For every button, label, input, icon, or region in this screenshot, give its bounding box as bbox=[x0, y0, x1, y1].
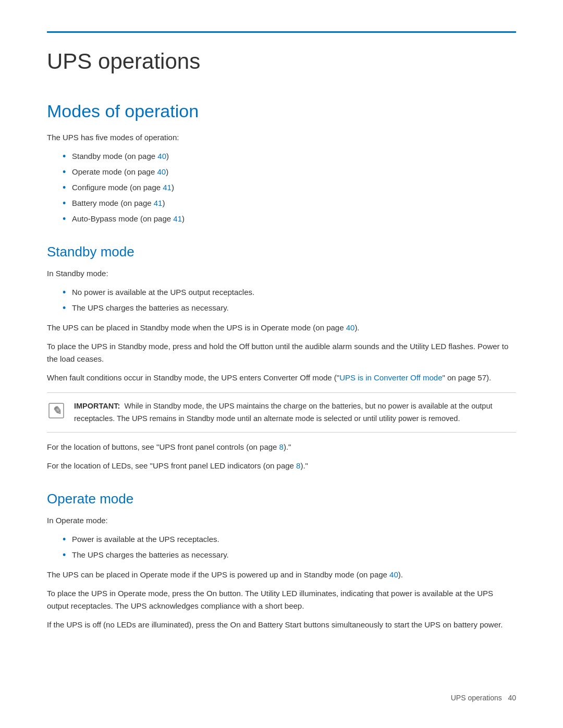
list-item: Battery mode (on page 41) bbox=[63, 197, 516, 209]
led-indicators-link[interactable]: 8 bbox=[296, 461, 300, 470]
battery-mode-link[interactable]: 41 bbox=[154, 199, 163, 207]
standby-section-title: Standby mode bbox=[47, 244, 516, 260]
operate-para1: The UPS can be placed in Operate mode if… bbox=[47, 569, 516, 581]
page-title: UPS operations bbox=[47, 48, 516, 75]
standby-para2: To place the UPS in Standby mode, press … bbox=[47, 340, 516, 365]
list-item: Configure mode (on page 41) bbox=[63, 181, 516, 194]
operate-para3: If the UPS is off (no LEDs are illuminat… bbox=[47, 619, 516, 631]
modes-of-operation-section: Modes of operation The UPS has five mode… bbox=[47, 101, 516, 225]
operate-intro: In Operate mode: bbox=[47, 514, 516, 527]
page-footer: UPS operations 40 bbox=[451, 694, 516, 702]
svg-text:✎: ✎ bbox=[52, 404, 61, 417]
autobypass-mode-link[interactable]: 41 bbox=[173, 214, 182, 223]
list-item: No power is available at the UPS output … bbox=[63, 286, 516, 299]
operate-bullets: Power is available at the UPS receptacle… bbox=[63, 533, 516, 561]
standby-para3: When fault conditions occur in Standby m… bbox=[47, 372, 516, 384]
footer-text: UPS operations 40 bbox=[451, 694, 516, 702]
operate-mode-link[interactable]: 40 bbox=[157, 167, 166, 176]
top-border bbox=[47, 31, 516, 33]
standby-bullets: No power is available at the UPS output … bbox=[63, 286, 516, 314]
list-item: Standby mode (on page 40) bbox=[63, 150, 516, 163]
front-panel-controls-link[interactable]: 8 bbox=[279, 442, 284, 451]
standby-mode-link[interactable]: 40 bbox=[157, 152, 166, 161]
list-item: Power is available at the UPS receptacle… bbox=[63, 533, 516, 546]
operate-section-title: Operate mode bbox=[47, 491, 516, 507]
modes-list: Standby mode (on page 40) Operate mode (… bbox=[63, 150, 516, 225]
list-item: Operate mode (on page 40) bbox=[63, 166, 516, 178]
list-item: The UPS charges the batteries as necessa… bbox=[63, 302, 516, 314]
modes-intro: The UPS has five modes of operation: bbox=[47, 131, 516, 144]
standby-intro: In Standby mode: bbox=[47, 267, 516, 280]
important-label: IMPORTANT: bbox=[74, 402, 120, 410]
list-item: Auto-Bypass mode (on page 41) bbox=[63, 213, 516, 225]
standby-para5: For the location of LEDs, see "UPS front… bbox=[47, 460, 516, 472]
important-icon: ✎ bbox=[47, 401, 66, 420]
important-box: ✎ IMPORTANT: While in Standby mode, the … bbox=[47, 392, 516, 432]
operate-standby-link[interactable]: 40 bbox=[389, 570, 398, 579]
standby-para4: For the location of buttons, see "UPS fr… bbox=[47, 441, 516, 453]
important-text: IMPORTANT: While in Standby mode, the UP… bbox=[74, 400, 516, 424]
list-item: The UPS charges the batteries as necessa… bbox=[63, 549, 516, 561]
operate-para2: To place the UPS in Operate mode, press … bbox=[47, 587, 516, 612]
operate-mode-section: Operate mode In Operate mode: Power is a… bbox=[47, 491, 516, 631]
modes-section-title: Modes of operation bbox=[47, 101, 516, 122]
standby-mode-section: Standby mode In Standby mode: No power i… bbox=[47, 244, 516, 472]
standby-operate-link[interactable]: 40 bbox=[346, 323, 355, 332]
standby-para1: The UPS can be placed in Standby mode wh… bbox=[47, 322, 516, 334]
converter-off-link[interactable]: UPS is in Converter Off mode bbox=[339, 373, 442, 382]
configure-mode-link[interactable]: 41 bbox=[163, 183, 172, 192]
